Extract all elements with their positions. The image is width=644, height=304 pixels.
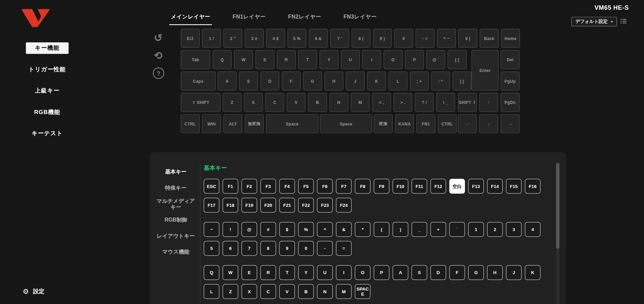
- assignable-key[interactable]: F18: [223, 198, 238, 213]
- tab-layer-1[interactable]: FN1レイヤー: [231, 11, 267, 25]
- assignable-key[interactable]: O: [355, 265, 370, 280]
- keyboard-key[interactable]: K: [367, 72, 386, 90]
- assignable-key[interactable]: F20: [260, 198, 276, 213]
- keyboard-key[interactable]: Back: [480, 29, 499, 48]
- keyboard-key[interactable]: M: [351, 93, 370, 112]
- assignable-key[interactable]: F11: [412, 179, 427, 194]
- assignable-key[interactable]: +: [430, 222, 446, 237]
- category-item[interactable]: マルチメディアキー: [153, 196, 198, 212]
- keyboard-key[interactable]: Q: [213, 50, 231, 69]
- assignable-key[interactable]: F15: [506, 179, 521, 194]
- reset-icon[interactable]: ↺: [153, 32, 164, 43]
- category-item[interactable]: 特殊キー: [153, 180, 198, 196]
- keyboard-key[interactable]: J: [346, 72, 364, 90]
- assignable-key[interactable]: 8: [260, 241, 276, 256]
- assignable-key[interactable]: (: [374, 222, 389, 237]
- assignable-key[interactable]: @: [242, 222, 257, 237]
- keyboard-key[interactable]: 2 ": [223, 29, 242, 48]
- assignable-key[interactable]: F5: [298, 179, 314, 194]
- assignable-key[interactable]: 9: [279, 241, 295, 256]
- assignable-key[interactable]: 6: [223, 241, 238, 256]
- assignable-key[interactable]: 空白: [449, 179, 465, 194]
- keyboard-key[interactable]: < ,: [372, 93, 391, 112]
- keyboard-key[interactable]: ? /: [415, 93, 434, 112]
- assignable-key[interactable]: %: [298, 222, 314, 237]
- sidebar-item[interactable]: キーテスト: [18, 128, 76, 139]
- assignable-key[interactable]: F3: [260, 179, 276, 194]
- assignable-key[interactable]: F6: [317, 179, 333, 194]
- keyboard-key[interactable]: N: [330, 93, 348, 112]
- keyboard-key[interactable]: H: [325, 72, 343, 90]
- keyboard-key[interactable]: Tab: [181, 50, 210, 69]
- keyboard-key[interactable]: Del: [501, 50, 519, 69]
- keyboard-key[interactable]: CTRL: [438, 114, 457, 133]
- assignable-key[interactable]: ~: [204, 222, 219, 237]
- assignable-key[interactable]: 1: [468, 222, 484, 237]
- keyboard-key[interactable]: R: [277, 50, 296, 69]
- assignable-key[interactable]: 7: [242, 241, 257, 256]
- assignable-key[interactable]: R: [260, 265, 276, 280]
- keyboard-key[interactable]: ] }: [453, 72, 471, 90]
- keyboard-key[interactable]: L: [389, 72, 407, 90]
- restore-icon[interactable]: ⟲: [153, 50, 164, 61]
- assignable-key[interactable]: F9: [374, 179, 389, 194]
- tab-layer-0[interactable]: メインレイヤー: [169, 11, 212, 25]
- assignable-key[interactable]: F7: [336, 179, 351, 194]
- keyboard-key[interactable]: G: [303, 72, 322, 90]
- assignable-key[interactable]: P: [374, 265, 389, 280]
- keyboard-key[interactable]: ^ ~: [437, 29, 456, 48]
- keyboard-key[interactable]: PgUp: [501, 72, 519, 90]
- assignable-key[interactable]: F12: [430, 179, 446, 194]
- assignable-key[interactable]: T: [279, 265, 295, 280]
- assignable-key[interactable]: -: [317, 241, 333, 256]
- keyboard-key[interactable]: 9 ): [373, 29, 392, 48]
- preset-list-icon[interactable]: [620, 18, 627, 25]
- keyboard-key[interactable]: I: [362, 50, 381, 69]
- assignable-key[interactable]: F8: [355, 179, 370, 194]
- assignable-key[interactable]: ESC: [204, 179, 219, 194]
- keyboard-key[interactable]: W: [234, 50, 253, 69]
- assignable-key[interactable]: F2: [242, 179, 257, 194]
- assignable-key[interactable]: `: [449, 222, 465, 237]
- assignable-key[interactable]: =: [336, 241, 351, 256]
- assignable-key[interactable]: F13: [468, 179, 484, 194]
- assignable-key[interactable]: F10: [393, 179, 408, 194]
- keyboard-key[interactable]: Z: [223, 93, 242, 112]
- keyboard-key[interactable]: B: [308, 93, 327, 112]
- keyboard-key[interactable]: { [: [448, 50, 467, 69]
- keyboard-key[interactable]: > .: [393, 93, 412, 112]
- assignable-key[interactable]: ): [393, 222, 408, 237]
- keyboard-key[interactable]: C: [265, 93, 284, 112]
- keyboard-key-enter[interactable]: Enter: [472, 50, 499, 90]
- assignable-key[interactable]: _: [412, 222, 427, 237]
- keyboard-key[interactable]: S: [239, 72, 258, 90]
- help-icon[interactable]: ?: [153, 68, 164, 79]
- assignable-key[interactable]: SPACE: [355, 284, 370, 299]
- tab-layer-2[interactable]: FN2レイヤー: [287, 11, 323, 25]
- keyboard-key[interactable]: KANA: [395, 114, 414, 133]
- assignable-key[interactable]: F: [449, 265, 465, 280]
- keyboard-key[interactable]: 5 %: [288, 29, 306, 48]
- assignable-key[interactable]: U: [317, 265, 333, 280]
- assignable-key[interactable]: C: [260, 284, 276, 299]
- category-item[interactable]: 基本キー: [153, 164, 198, 180]
- keyboard-key[interactable]: V: [287, 93, 305, 112]
- keyboard-key[interactable]: E: [255, 50, 274, 69]
- category-item[interactable]: マウス機能: [153, 244, 198, 260]
- keyboard-key[interactable]: U: [341, 50, 360, 69]
- assignable-key[interactable]: V: [279, 284, 295, 299]
- sidebar-item[interactable]: RGB機能: [18, 107, 76, 118]
- keyboard-key[interactable]: E/J: [181, 29, 200, 48]
- assignable-key[interactable]: B: [298, 284, 314, 299]
- keyboard-key[interactable]: Y: [319, 50, 338, 69]
- keyboard-key[interactable]: ⇧ SHIFT: [181, 93, 221, 112]
- assignable-key[interactable]: F14: [487, 179, 503, 194]
- panel-scrollbar-thumb[interactable]: [556, 163, 559, 249]
- keyboard-key[interactable]: 6 &: [309, 29, 328, 48]
- keyboard-key[interactable]: ALT: [223, 114, 242, 133]
- assignable-key[interactable]: E: [242, 265, 257, 280]
- keyboard-key[interactable]: Caps: [181, 72, 216, 90]
- keyboard-key[interactable]: - =: [416, 29, 434, 48]
- assignable-key[interactable]: L: [204, 284, 219, 299]
- assignable-key[interactable]: 2: [487, 222, 503, 237]
